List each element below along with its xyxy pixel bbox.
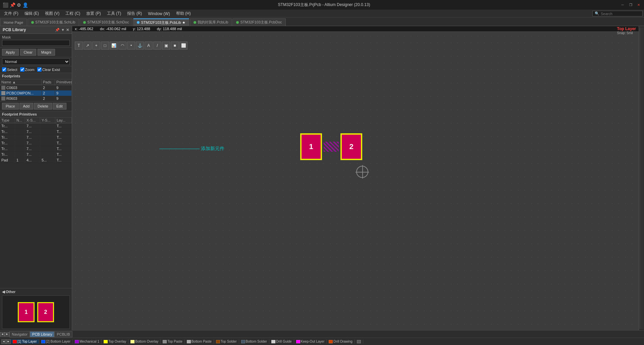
clear-exist-checkbox[interactable] xyxy=(37,67,42,72)
prim-row-5[interactable]: Tr... 7... T... xyxy=(0,146,72,152)
toolbar-rect-btn[interactable]: □ xyxy=(101,42,109,50)
footprint-row-c0603[interactable]: C0603 2 9 xyxy=(0,85,72,90)
menu-report[interactable]: 报告 (R) xyxy=(124,10,145,17)
toolbar-dot-btn[interactable]: • xyxy=(127,42,135,50)
mask-input[interactable] xyxy=(2,40,70,46)
menu-edit[interactable]: 编辑 (E) xyxy=(22,10,42,17)
tab-home[interactable]: Home Page xyxy=(0,18,27,26)
zoom-checkbox-label[interactable]: Zoom xyxy=(20,67,35,72)
layer-drill-drawing[interactable]: Drill Drawing xyxy=(327,339,355,344)
toolbar-slash-btn[interactable]: / xyxy=(153,42,161,50)
tab-schdoc[interactable]: STM32F103主板.SchDoc xyxy=(79,18,132,26)
menu-file[interactable]: 文件 (F) xyxy=(1,10,21,17)
prim-n-1 xyxy=(15,123,25,129)
layer-bottom-overlay[interactable]: Bottom Overlay xyxy=(128,339,161,344)
prim-row-3[interactable]: Tr... 7... T... xyxy=(0,135,72,140)
prim-row-4[interactable]: Tr... 7... T... xyxy=(0,140,72,146)
settings-icon[interactable]: ⚙ xyxy=(17,2,21,8)
layer-top-solder[interactable]: Top Solder xyxy=(214,339,239,344)
layer-bottom-solder[interactable]: Bottom Solder xyxy=(239,339,269,344)
menu-view[interactable]: 视图 (V) xyxy=(42,10,62,17)
layer-top-overlay[interactable]: Top Overlay xyxy=(102,339,128,344)
clear-exist-checkbox-label[interactable]: Clear Exist xyxy=(37,67,60,72)
tab-my-pcblib[interactable]: 我的封装库.PcbLib xyxy=(190,18,232,26)
edit-button[interactable]: Edit xyxy=(53,103,66,110)
layer-mechanical[interactable]: Mechanical 1 xyxy=(73,339,102,344)
menu-help[interactable]: 帮助 (H) xyxy=(173,10,194,17)
apply-button[interactable]: Apply xyxy=(2,49,19,56)
user-icon: 👤 xyxy=(22,2,28,8)
prim-col-type[interactable]: Type xyxy=(0,118,15,123)
panel-menu-icon[interactable]: ▼ xyxy=(61,28,65,32)
layer-botsol-label: Bottom Solder xyxy=(246,340,267,343)
layer-bottom-paste[interactable]: Bottom Paste xyxy=(185,339,214,344)
layer-keepout[interactable]: Keep-Out Layer xyxy=(294,339,327,344)
layer-top-layer[interactable]: [1] Top Layer xyxy=(11,339,39,344)
col-primitives[interactable]: Primitives xyxy=(55,79,72,85)
delete-button[interactable]: Delete xyxy=(34,103,52,110)
nav-right-btn[interactable]: ► xyxy=(5,332,9,337)
tab-pcblib[interactable]: STM32F103主板.PcbLib ★ xyxy=(133,18,189,26)
clear-button[interactable]: Clear xyxy=(20,49,36,56)
menu-place[interactable]: 放置 (P) xyxy=(84,10,103,17)
prim-col-lay[interactable]: Lay... xyxy=(55,118,72,123)
restore-button[interactable]: ❐ xyxy=(628,2,633,8)
prim-row-6[interactable]: Tr... 7... T... xyxy=(0,152,72,157)
panel-pin-icon[interactable]: 📌 xyxy=(55,28,60,32)
nav-tabs-bar: ◄ ► Navigator PCB Library PCBLIB xyxy=(0,330,644,338)
panel-close-icon[interactable]: ✕ xyxy=(66,28,69,32)
footprint-row-pcbcomponent[interactable]: PCBCOMPON... 2 9 xyxy=(0,90,72,96)
toolbar-line-btn[interactable]: ↗ xyxy=(84,42,92,50)
prim-col-ys[interactable]: Y-S... xyxy=(40,118,55,123)
nav-tab-navigator[interactable]: Navigator xyxy=(9,331,30,337)
toolbar-region-btn[interactable]: ▣ xyxy=(162,42,170,50)
primitives-table[interactable]: Type N... X-S... Y-S... Lay... Tr... 7..… xyxy=(0,118,72,288)
toolbar-arc-btn[interactable]: ◠ xyxy=(118,42,126,50)
add-button[interactable]: Add xyxy=(19,103,34,110)
layer-top-paste[interactable]: Top Paste xyxy=(161,339,184,344)
layer-bottom-layer[interactable]: [2] Bottom Layer xyxy=(39,339,73,344)
toolbar-fill-btn[interactable]: ■ xyxy=(171,42,179,50)
prim-row-2[interactable]: Tr... 7... T... xyxy=(0,129,72,135)
tab-schlib[interactable]: STM32F103主板.SchLib xyxy=(28,18,79,26)
prim-row-pad[interactable]: Pad 1 4... 5... T... xyxy=(0,157,72,163)
toolbar-plus-btn[interactable]: + xyxy=(92,42,100,50)
menu-project[interactable]: 工程 (C) xyxy=(63,10,83,17)
footprint-row-r0603[interactable]: R0603 2 9 xyxy=(0,96,72,101)
layer-scroll-right[interactable]: ► xyxy=(6,339,11,344)
tab-pcbdoc[interactable]: STM32F103主板.PcbDoc xyxy=(232,18,285,26)
prim-col-xs[interactable]: X-S... xyxy=(25,118,40,123)
prim-row-1[interactable]: Tr... 7... T... xyxy=(0,123,72,129)
layer-top-color xyxy=(13,340,17,343)
search-input[interactable] xyxy=(601,12,634,16)
toolbar-a-btn[interactable]: A xyxy=(145,42,153,50)
right-scrollbar[interactable] xyxy=(640,27,644,329)
canvas-area[interactable]: x: -485.062 dx: -430.062 mil y: 123.488 … xyxy=(72,26,639,330)
prim-col-n[interactable]: N... xyxy=(15,118,25,123)
coord-y: y: 123.488 xyxy=(133,27,150,31)
mask-label: Mask xyxy=(2,35,70,39)
minimize-button[interactable]: ─ xyxy=(620,2,625,8)
nav-left-btn[interactable]: ◄ xyxy=(0,332,5,337)
select-checkbox[interactable] xyxy=(2,67,6,72)
toolbar-chart-btn[interactable]: 📊 xyxy=(110,42,118,50)
menu-tools[interactable]: 工具 (T) xyxy=(104,10,124,17)
toolbar-text-btn[interactable]: T xyxy=(75,42,83,50)
col-name[interactable]: Name ▲ xyxy=(0,79,42,85)
toolbar-anchor-btn[interactable]: ⚓ xyxy=(136,42,144,50)
place-button[interactable]: Place xyxy=(2,103,19,110)
layer-end[interactable] xyxy=(355,340,363,344)
menu-window[interactable]: Window (W) xyxy=(145,11,172,17)
nav-tab-pcblibrary[interactable]: PCB Library xyxy=(30,331,54,337)
layer-drill-guide[interactable]: Drill Guide xyxy=(269,339,294,344)
magni-button[interactable]: Magni xyxy=(38,49,55,56)
mode-dropdown[interactable]: Normal Rotate Mirror xyxy=(2,58,70,65)
col-pads[interactable]: Pads xyxy=(42,79,55,85)
nav-tab-pcblib[interactable]: PCBLIB xyxy=(54,331,72,337)
toolbar-frame-btn[interactable]: ⬜ xyxy=(179,42,187,50)
layer-scroll-left[interactable]: ◄ xyxy=(1,339,6,344)
select-checkbox-label[interactable]: Select xyxy=(2,67,17,72)
zoom-checkbox[interactable] xyxy=(20,67,24,72)
fp-name-c0603: C0603 xyxy=(0,85,42,90)
close-button[interactable]: ✕ xyxy=(636,2,641,8)
